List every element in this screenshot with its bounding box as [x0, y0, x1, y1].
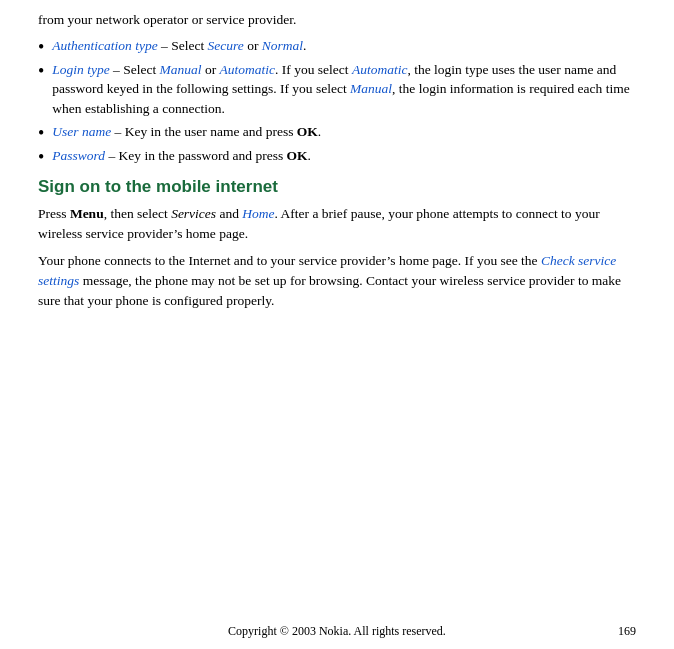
paragraph1-and: and: [216, 206, 242, 221]
password-ok: OK: [287, 148, 308, 163]
username-ok: OK: [297, 124, 318, 139]
login-manual-link[interactable]: Manual: [160, 62, 202, 77]
password-content: Password – Key in the password and press…: [52, 146, 311, 166]
auth-or: or: [244, 38, 262, 53]
paragraph2-end: message, the phone may not be set up for…: [38, 273, 621, 308]
auth-end: .: [303, 38, 306, 53]
paragraph2-part1: Your phone connects to the Internet and …: [38, 253, 541, 268]
username-content: User name – Key in the user name and pre…: [52, 122, 321, 142]
username-text-after: – Key in the user name and press: [111, 124, 297, 139]
bullet-dot: •: [38, 38, 44, 56]
page-number: 169: [618, 624, 636, 639]
login-automatic-link[interactable]: Automatic: [220, 62, 276, 77]
list-item: • Login type – Select Manual or Automati…: [38, 60, 636, 119]
password-text-after: – Key in the password and press: [105, 148, 286, 163]
list-item: • Password – Key in the password and pre…: [38, 146, 636, 166]
services-italic: Services: [171, 206, 216, 221]
auth-text-after: – Select: [158, 38, 208, 53]
page-container: from your network operator or service pr…: [0, 0, 674, 649]
section-heading: Sign on to the mobile internet: [38, 176, 636, 198]
login-text-after: – Select: [110, 62, 160, 77]
login-manual-link2[interactable]: Manual: [350, 81, 392, 96]
list-item: • User name – Key in the user name and p…: [38, 122, 636, 142]
login-type-content: Login type – Select Manual or Automatic.…: [52, 60, 636, 119]
content-area: from your network operator or service pr…: [38, 10, 636, 639]
paragraph1-part2: , then select: [104, 206, 171, 221]
bullet-dot: •: [38, 148, 44, 166]
authentication-type-link[interactable]: Authentication type: [52, 38, 157, 53]
paragraph1: Press Menu, then select Services and Hom…: [38, 204, 636, 243]
bullet-list: • Authentication type – Select Secure or…: [38, 36, 636, 167]
intro-paragraph: from your network operator or service pr…: [38, 10, 636, 30]
login-type-link[interactable]: Login type: [52, 62, 109, 77]
home-link[interactable]: Home: [242, 206, 274, 221]
auth-secure-link[interactable]: Secure: [208, 38, 244, 53]
auth-normal-link[interactable]: Normal: [262, 38, 303, 53]
paragraph2: Your phone connects to the Internet and …: [38, 251, 636, 310]
password-end: .: [308, 148, 311, 163]
bullet-dot: •: [38, 62, 44, 80]
login-or: or: [202, 62, 220, 77]
login-text-end: . If you select: [275, 62, 352, 77]
login-automatic-link2[interactable]: Automatic: [352, 62, 408, 77]
copyright-text: Copyright © 2003 Nokia. All rights reser…: [38, 624, 636, 639]
paragraph1-part1: Press: [38, 206, 70, 221]
password-link[interactable]: Password: [52, 148, 105, 163]
bullet-dot: •: [38, 124, 44, 142]
list-item: • Authentication type – Select Secure or…: [38, 36, 636, 56]
menu-bold: Menu: [70, 206, 104, 221]
username-end: .: [318, 124, 321, 139]
authentication-type-content: Authentication type – Select Secure or N…: [52, 36, 306, 56]
username-link[interactable]: User name: [52, 124, 111, 139]
footer: Copyright © 2003 Nokia. All rights reser…: [0, 624, 674, 639]
